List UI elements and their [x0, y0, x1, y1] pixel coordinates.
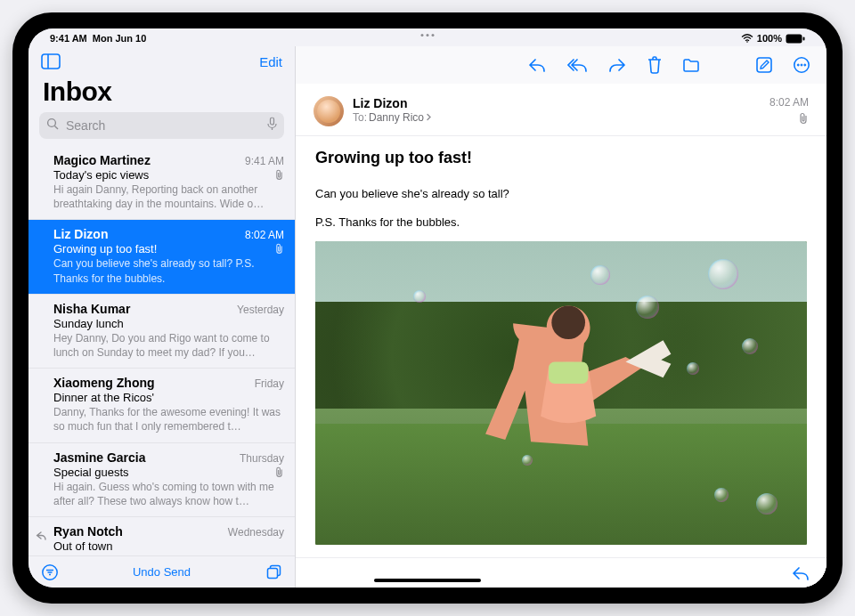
- edit-button[interactable]: Edit: [259, 54, 282, 69]
- svg-point-16: [801, 64, 802, 66]
- message-subject: Dinner at the Ricos': [53, 391, 154, 404]
- message-row[interactable]: Jasmine GarciaThursdaySpecial guestsHi a…: [28, 443, 295, 517]
- filter-button[interactable]: [41, 563, 59, 581]
- message-row[interactable]: Liz Dizon8:02 AMGrowing up too fast!Can …: [28, 220, 295, 294]
- svg-rect-13: [757, 58, 771, 72]
- search-input[interactable]: [39, 112, 284, 139]
- reply-indicator-icon: [36, 528, 46, 544]
- search-field-wrap[interactable]: [39, 112, 284, 139]
- message-sender: Magico Martinez: [53, 153, 151, 167]
- message-row[interactable]: Nisha KumarYesterdaySunday lunchHey Dann…: [28, 295, 295, 369]
- sender-avatar[interactable]: [314, 96, 344, 126]
- message-header[interactable]: Liz Dizon To: Danny Rico 8:02 AM: [296, 84, 826, 136]
- attachment-photo[interactable]: [315, 241, 807, 545]
- message-time: Wednesday: [228, 526, 284, 539]
- to-name[interactable]: Danny Rico: [369, 111, 424, 124]
- reply-footer-button[interactable]: [791, 565, 810, 581]
- home-indicator[interactable]: [374, 579, 481, 582]
- new-window-button[interactable]: [265, 563, 282, 581]
- message-preview: Hi again Danny, Reporting back on anothe…: [53, 182, 284, 211]
- message-time: 8:02 AM: [245, 229, 284, 241]
- svg-rect-1: [786, 34, 802, 43]
- message-subject: Growing up too fast!: [53, 242, 157, 255]
- svg-rect-2: [803, 36, 805, 40]
- forward-button[interactable]: [607, 56, 627, 74]
- message-row[interactable]: Magico Martinez9:41 AMToday's epic views…: [28, 146, 295, 220]
- message-preview: Danny, Thanks for the awesome evening! I…: [53, 405, 284, 434]
- attachment-icon: [770, 112, 809, 125]
- message-body-line: Can you believe she's already so tall?: [315, 185, 807, 203]
- message-preview: Howdy, neighbor, Just wanted to drop a q…: [53, 554, 284, 555]
- move-button[interactable]: [682, 56, 700, 74]
- toggle-sidebar-button[interactable]: [41, 53, 61, 69]
- svg-point-18: [551, 305, 585, 339]
- dictate-icon[interactable]: [267, 118, 277, 134]
- message-preview: Hi again. Guess who's coming to town wit…: [53, 480, 284, 508]
- svg-point-0: [746, 41, 748, 43]
- screen: 9:41 AM Mon Jun 10 100% Edit Inbox Magic…: [28, 28, 826, 588]
- more-button[interactable]: [793, 56, 810, 74]
- svg-rect-19: [549, 362, 588, 384]
- wifi-icon: [741, 34, 753, 43]
- message-list[interactable]: Magico Martinez9:41 AMToday's epic views…: [28, 146, 295, 555]
- message-subject: Special guests: [53, 466, 129, 479]
- message-detail: Liz Dizon To: Danny Rico 8:02 AM Growing…: [296, 46, 826, 588]
- message-preview: Hey Danny, Do you and Rigo want to come …: [53, 331, 284, 360]
- svg-point-17: [804, 64, 806, 66]
- status-time: 9:41 AM: [50, 33, 87, 44]
- svg-point-15: [797, 64, 799, 66]
- search-icon: [46, 118, 59, 134]
- trash-button[interactable]: [647, 56, 663, 74]
- to-label: To:: [353, 111, 367, 124]
- message-sender: Nisha Kumar: [53, 302, 130, 316]
- status-bar: 9:41 AM Mon Jun 10 100%: [28, 28, 826, 46]
- message-time: Yesterday: [237, 304, 284, 316]
- message-body-line: P.S. Thanks for the bubbles.: [315, 214, 807, 231]
- undo-send-button[interactable]: Undo Send: [133, 565, 191, 579]
- message-subject: Today's epic views: [53, 168, 149, 182]
- battery-icon: [786, 34, 805, 44]
- svg-line-6: [54, 126, 58, 129]
- message-time: 9:41 AM: [245, 155, 284, 167]
- message-row[interactable]: Ryan NotchWednesdayOut of townHowdy, nei…: [28, 517, 295, 555]
- message-preview: Can you believe she's already so tall? P…: [53, 256, 284, 285]
- svg-rect-12: [268, 568, 278, 578]
- inbox-title: Inbox: [28, 77, 295, 112]
- svg-point-5: [48, 119, 56, 127]
- attachment-icon: [274, 243, 284, 255]
- message-subject: Growing up too fast!: [315, 149, 807, 167]
- svg-rect-7: [271, 118, 274, 125]
- message-row[interactable]: Xiaomeng ZhongFridayDinner at the Ricos'…: [28, 369, 295, 442]
- message-subject: Sunday lunch: [53, 317, 124, 330]
- attachment-icon: [274, 466, 284, 478]
- svg-rect-3: [42, 54, 60, 69]
- compose-button[interactable]: [755, 56, 773, 74]
- message-sender: Liz Dizon: [53, 227, 108, 241]
- attachment-icon: [274, 169, 284, 181]
- message-subject: Out of town: [53, 539, 112, 553]
- chevron-right-icon[interactable]: [426, 111, 432, 124]
- ipad-frame: 9:41 AM Mon Jun 10 100% Edit Inbox Magic…: [12, 12, 843, 604]
- multitasking-dots[interactable]: [421, 34, 435, 36]
- message-time: Thursday: [240, 452, 284, 465]
- message-sender: Jasmine Garcia: [53, 450, 146, 465]
- reply-button[interactable]: [527, 56, 547, 74]
- status-date: Mon Jun 10: [93, 33, 147, 44]
- status-battery-pct: 100%: [757, 33, 782, 44]
- detail-toolbar: [296, 46, 826, 84]
- message-sender: Ryan Notch: [53, 524, 123, 539]
- inbox-sidebar: Edit Inbox Magico Martinez9:41 AMToday's…: [28, 46, 296, 588]
- message-sender: Xiaomeng Zhong: [53, 376, 155, 390]
- message-time: Friday: [255, 377, 284, 390]
- detail-footer: [296, 557, 826, 588]
- message-time: 8:02 AM: [770, 96, 809, 109]
- from-name[interactable]: Liz Dizon: [353, 96, 432, 110]
- reply-all-button[interactable]: [566, 56, 588, 74]
